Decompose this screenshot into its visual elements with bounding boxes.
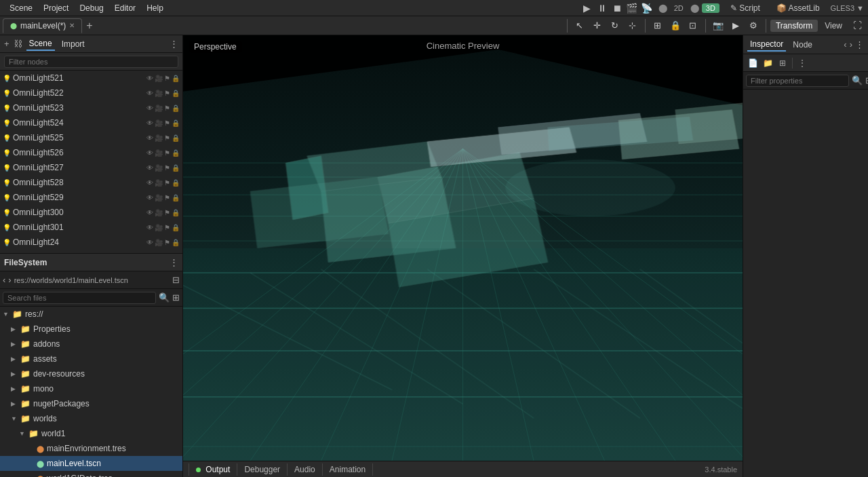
fs-item-main-env[interactable]: ⬤ mainEnvrionment.tres: [0, 441, 182, 456]
expand-icon[interactable]: ▼: [3, 311, 9, 318]
fs-item-res[interactable]: ▼ 📁 res://: [0, 307, 182, 322]
fs-path: res://worlds/world1/mainLevel.tscn: [14, 276, 170, 284]
inspector-options-button[interactable]: ⋮: [855, 39, 864, 50]
add-node-button[interactable]: +: [4, 39, 9, 49]
visibility-icon[interactable]: 👁: [146, 75, 153, 82]
camera-icon[interactable]: 🎥: [155, 75, 163, 82]
filter-nodes-input[interactable]: [4, 56, 178, 68]
menu-editor[interactable]: Editor: [109, 2, 141, 14]
expand-icon[interactable]: ▶: [11, 385, 18, 392]
fs-item-main-level[interactable]: ⬤ mainLevel.tscn: [0, 456, 182, 471]
inspector-search-icon[interactable]: 🔍: [852, 75, 863, 85]
menu-debug[interactable]: Debug: [74, 2, 108, 14]
movie-button[interactable]: 🎬: [626, 2, 638, 14]
scene-options-button[interactable]: ⋮: [170, 39, 178, 49]
fs-item-assets[interactable]: ▶ 📁 assets: [0, 351, 182, 366]
status-tab-debugger[interactable]: Debugger: [237, 463, 288, 476]
lock2-icon[interactable]: 🔒: [172, 75, 180, 82]
tree-item[interactable]: 💡 OmniLight301 👁🎥⚑🔒: [0, 220, 182, 235]
fs-item-nuget[interactable]: ▶ 📁 nugetPackages: [0, 396, 182, 411]
tool-camera[interactable]: 📷: [710, 18, 726, 34]
fs-layout-button[interactable]: ⊟: [172, 275, 180, 285]
tree-item[interactable]: 💡 OmniLight529 👁🎥⚑🔒: [0, 190, 182, 205]
link-button[interactable]: ⛓: [14, 39, 22, 49]
tool-lock[interactable]: 🔒: [667, 18, 684, 34]
expand-icon[interactable]: ▶: [11, 356, 18, 362]
tree-item[interactable]: 💡 OmniLight527 👁🎥⚑🔒: [0, 160, 182, 175]
expand-icon[interactable]: ▶: [11, 326, 18, 332]
filesystem-search-input[interactable]: [3, 292, 156, 304]
tree-item[interactable]: 💡 OmniLight300 👁🎥⚑🔒: [0, 205, 182, 220]
mode-2d-button[interactable]: 2D: [670, 3, 688, 13]
expand-icon[interactable]: ▶: [11, 370, 18, 377]
fs-forward-button[interactable]: ›: [8, 275, 11, 285]
fs-item-properties[interactable]: ▶ 📁 Properties: [0, 322, 182, 337]
tool-select[interactable]: ↖: [572, 18, 588, 34]
tab-close-button[interactable]: ✕: [69, 22, 75, 29]
tree-item[interactable]: 💡 OmniLight526 👁🎥⚑🔒: [0, 145, 182, 160]
tab-node[interactable]: Node: [790, 39, 815, 51]
assetlib-button[interactable]: 📦 AssetLib: [771, 3, 825, 14]
fullscreen-button[interactable]: ⛶: [849, 18, 865, 34]
fs-item-gi-data[interactable]: ⬤ world1GIData.tres: [0, 471, 182, 477]
fs-filter-icon[interactable]: ⊞: [172, 292, 180, 303]
status-tab-animation[interactable]: Animation: [323, 463, 373, 476]
expand-icon[interactable]: ▶: [11, 400, 18, 407]
fs-item-mono[interactable]: ▶ 📁 mono: [0, 381, 182, 396]
inspector-search-input[interactable]: [746, 75, 849, 87]
view-button[interactable]: View: [819, 20, 848, 32]
status-tab-audio[interactable]: Audio: [288, 463, 323, 476]
tool-snap[interactable]: ⊞: [650, 18, 666, 34]
tree-item[interactable]: 💡 OmniLight522 👁🎥⚑🔒: [0, 85, 182, 100]
tab-import[interactable]: Import: [59, 38, 87, 50]
inspector-next-button[interactable]: ›: [850, 39, 852, 50]
tree-item[interactable]: 💡 OmniLight528 👁🎥⚑🔒: [0, 175, 182, 190]
fs-item-dev-resources[interactable]: ▶ 📁 dev-resources: [0, 366, 182, 381]
tree-item[interactable]: 💡 OmniLight523 👁🎥⚑🔒: [0, 100, 182, 115]
inspector-filter-icon[interactable]: ⊞: [865, 75, 868, 85]
tool-group[interactable]: ⊡: [685, 18, 701, 34]
tab-add-button[interactable]: +: [82, 19, 96, 33]
tree-item[interactable]: 💡 OmniLight524 👁🎥⚑🔒: [0, 115, 182, 130]
fs-search-icon[interactable]: 🔍: [159, 292, 170, 303]
pause-button[interactable]: ⏸: [596, 2, 608, 14]
tree-item[interactable]: 💡 OmniLight24 👁🎥⚑🔒: [0, 235, 182, 250]
expand-icon[interactable]: ▶: [11, 341, 18, 347]
menu-help[interactable]: Help: [141, 2, 169, 14]
tab-scene[interactable]: Scene: [26, 37, 55, 51]
fs-item-world1[interactable]: ▼ 📁 world1: [0, 426, 182, 441]
tree-item[interactable]: 💡 OmniLight521 👁 🎥 ⚑ 🔒: [0, 71, 182, 85]
insp-more-icon[interactable]: ⋮: [795, 56, 809, 70]
expand-icon[interactable]: ▼: [11, 415, 18, 422]
tool-settings[interactable]: ⚙: [745, 18, 762, 34]
fs-item-worlds[interactable]: ▼ 📁 worlds: [0, 411, 182, 426]
expand-icon[interactable]: ▼: [19, 430, 26, 437]
tab-main-level[interactable]: ⬤ mainLevel(*) ✕: [3, 18, 82, 33]
transform-button[interactable]: Transform: [770, 20, 818, 32]
menu-scene[interactable]: Scene: [4, 2, 38, 14]
tool-rotate[interactable]: ↻: [607, 18, 623, 34]
status-tab-output[interactable]: Output: [189, 463, 237, 476]
fs-back-button[interactable]: ‹: [3, 275, 5, 285]
gles-selector[interactable]: GLES3 ▼: [831, 4, 864, 12]
remote-button[interactable]: 📡: [641, 2, 653, 14]
tool-scale[interactable]: ⊹: [625, 18, 641, 34]
fs-options-button[interactable]: ⋮: [170, 257, 178, 267]
tool-play-scene[interactable]: ▶: [728, 18, 744, 34]
tree-item[interactable]: 💡 OmniLight525 👁🎥⚑🔒: [0, 130, 182, 145]
insp-file-icon[interactable]: 📄: [746, 56, 760, 70]
menu-project[interactable]: Project: [38, 2, 74, 14]
folder-icon: 📁: [20, 369, 31, 379]
insp-grid-icon[interactable]: ⊞: [776, 56, 789, 70]
script-button[interactable]: ✎ Script: [725, 3, 766, 14]
mode-3d-button[interactable]: 3D: [702, 3, 719, 13]
inspector-prev-button[interactable]: ‹: [844, 39, 846, 50]
insp-folder-icon[interactable]: 📁: [761, 56, 774, 70]
play-button[interactable]: ▶: [581, 2, 593, 14]
signal-icon[interactable]: ⚑: [164, 75, 170, 82]
viewport[interactable]: Perspective Cinematic Preview: [183, 35, 743, 461]
tool-move[interactable]: ✛: [589, 18, 606, 34]
fs-item-addons[interactable]: ▶ 📁 addons: [0, 337, 182, 351]
stop-button[interactable]: ⏹: [611, 2, 623, 14]
tab-inspector[interactable]: Inspector: [747, 38, 786, 52]
